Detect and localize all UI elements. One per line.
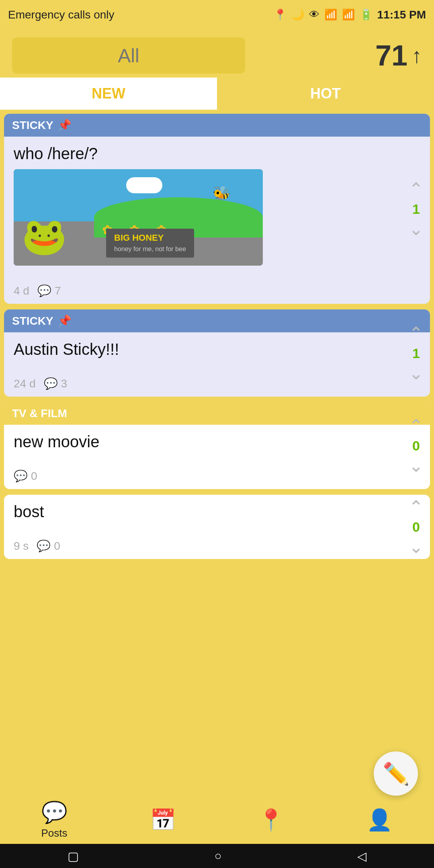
comment-count-4: 💬 0 — [37, 539, 60, 553]
post-category-film[interactable]: TV & FILM new moovie 💬 0 ⌃ 0 ⌄ — [4, 402, 430, 489]
upvote-1[interactable]: ⌃ — [409, 180, 424, 198]
post-meta-3: 💬 0 — [4, 465, 430, 489]
status-bar: Emergency calls only 📍 🌙 👁 📶 📶 🔋 11:15 P… — [0, 0, 434, 29]
search-input[interactable] — [12, 37, 245, 74]
downvote-1[interactable]: ⌄ — [409, 220, 424, 237]
wifi-icon: 📶 — [324, 8, 337, 21]
upvote-2[interactable]: ⌃ — [409, 324, 424, 342]
post-age-1: 4 d — [14, 285, 29, 297]
downvote-2[interactable]: ⌄ — [409, 364, 424, 382]
posts-icon: 💬 — [41, 800, 68, 825]
status-icons: 📍 🌙 👁 📶 📶 🔋 11:15 PM — [274, 8, 426, 21]
post-body-2: Austin Sticky!!! — [4, 332, 430, 373]
post-title-2: Austin Sticky!!! — [14, 340, 420, 358]
profile-icon: 👤 — [366, 808, 393, 832]
pixel-art-scene: 🐝 ✿ ✿ ✿ 🐸 BIG HONEYhoney for me, not for… — [14, 169, 263, 266]
vote-score-4: 0 — [412, 519, 420, 535]
comment-count-3: 💬 0 — [14, 469, 37, 483]
pin-icon-2: 📌 — [57, 314, 72, 328]
pepe-character: 🐸 — [22, 215, 67, 258]
category-header-film: TV & FILM — [4, 402, 430, 425]
post-body-1: who /here/? 🐝 ✿ ✿ ✿ 🐸 — [4, 137, 430, 280]
vote-controls-4: ⌃ 0 ⌄ — [409, 498, 424, 556]
nav-calendar[interactable]: 📅 — [150, 808, 176, 832]
post-count: 71 ↑ — [375, 39, 422, 72]
nav-profile[interactable]: 👤 — [366, 808, 393, 832]
sticky-header-1: STICKY 📌 — [4, 114, 430, 137]
cloud-1 — [126, 177, 162, 193]
android-square-btn[interactable]: ▢ — [68, 849, 79, 863]
vote-controls-3: ⌃ 0 ⌄ — [409, 417, 424, 475]
vote-score-2: 1 — [412, 345, 420, 361]
upvote-4[interactable]: ⌃ — [409, 498, 424, 516]
post-sticky-1[interactable]: STICKY 📌 who /here/? 🐝 ✿ ✿ ✿ — [4, 114, 430, 304]
vote-controls-1: ⌃ 1 ⌄ — [409, 180, 424, 237]
post-sticky-2[interactable]: STICKY 📌 Austin Sticky!!! 24 d 💬 3 ⌃ 1 ⌄ — [4, 309, 430, 397]
post-title-1: who /here/? — [14, 145, 420, 163]
post-meta-4: 9 s 💬 0 — [4, 535, 430, 559]
vote-controls-2: ⌃ 1 ⌄ — [409, 324, 424, 382]
tab-bar: NEW HOT — [0, 78, 434, 110]
calendar-icon: 📅 — [150, 808, 176, 832]
post-image-1: 🐝 ✿ ✿ ✿ 🐸 BIG HONEYhoney for me, not for… — [14, 169, 263, 266]
post-title-3: new moovie — [14, 433, 420, 451]
post-meta-2: 24 d 💬 3 — [4, 373, 430, 397]
vote-score-1: 1 — [412, 201, 420, 217]
location-icon: 📍 — [274, 8, 287, 21]
compose-icon: ✏️ — [383, 761, 409, 786]
post-body-3: new moovie — [4, 425, 430, 465]
comment-count-2: 💬 3 — [44, 377, 68, 390]
post-age-2: 24 d — [14, 377, 36, 390]
downvote-3[interactable]: ⌄ — [409, 457, 424, 475]
post-meta-1: 4 d 💬 7 — [4, 280, 430, 304]
eye-icon: 👁 — [309, 8, 319, 21]
vote-score-3: 0 — [412, 438, 420, 454]
post-feed: STICKY 📌 who /here/? 🐝 ✿ ✿ ✿ — [0, 110, 434, 563]
moon-icon: 🌙 — [291, 8, 304, 21]
downvote-4[interactable]: ⌄ — [409, 538, 424, 556]
sort-arrow: ↑ — [411, 43, 422, 68]
sticky-header-2: STICKY 📌 — [4, 309, 430, 332]
header: 71 ↑ — [0, 29, 434, 78]
upvote-3[interactable]: ⌃ — [409, 417, 424, 435]
post-title-4: bost — [14, 503, 420, 521]
post-age-4: 9 s — [14, 540, 29, 553]
big-honey-sign: BIG HONEYhoney for me, not for bee — [106, 229, 194, 258]
pin-icon-1: 📌 — [57, 119, 72, 132]
comment-count-1: 💬 7 — [37, 284, 61, 297]
emergency-calls-text: Emergency calls only — [8, 8, 115, 21]
android-back-btn[interactable]: ◁ — [357, 849, 366, 863]
cloud-shape — [126, 177, 162, 193]
location-nav-icon: 📍 — [258, 808, 284, 832]
nav-posts[interactable]: 💬 Posts — [41, 800, 67, 839]
nav-location[interactable]: 📍 — [258, 808, 284, 832]
android-nav-bar: ▢ ○ ◁ — [0, 844, 434, 868]
post-body-4: bost — [4, 495, 430, 535]
time-display: 11:15 PM — [377, 8, 426, 21]
compose-button[interactable]: ✏️ — [374, 751, 418, 796]
tab-hot[interactable]: HOT — [217, 78, 434, 110]
tab-new[interactable]: NEW — [0, 78, 217, 110]
android-home-btn[interactable]: ○ — [214, 849, 221, 863]
battery-icon: 🔋 — [360, 8, 373, 21]
bottom-nav: 💬 Posts 📅 📍 👤 — [0, 796, 434, 844]
posts-label: Posts — [41, 827, 67, 839]
signal-icon: 📶 — [342, 8, 355, 21]
post-bost[interactable]: bost 9 s 💬 0 ⌃ 0 ⌄ — [4, 495, 430, 559]
